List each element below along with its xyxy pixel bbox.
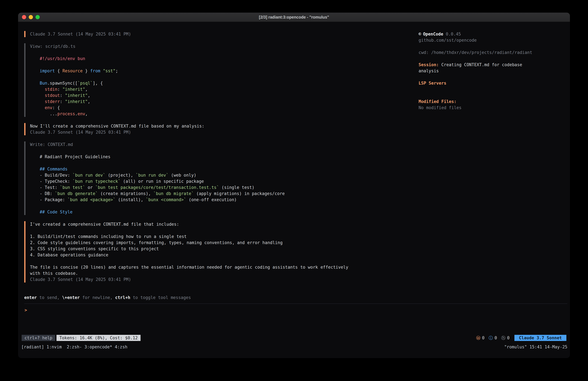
- lsp-servers-header: LSP Servers: [419, 80, 569, 86]
- text-line: - Build/Dev: `bun run dev` (project), `b…: [40, 172, 428, 178]
- app-header: ©OpenCode 0.0.45: [419, 31, 569, 37]
- text-line: [30, 227, 428, 233]
- modified-files-empty: No modified files: [419, 105, 569, 111]
- app-version: [443, 32, 446, 37]
- text-line: stdin: "inherit",: [40, 86, 428, 92]
- markdown-block: # Radiant Project Guidelines ## Commands…: [30, 154, 428, 215]
- assistant-message: Now I'll create a comprehensive CONTEXT.…: [24, 123, 428, 135]
- text-line: Bun.spawnSync([`psql`], {: [40, 80, 428, 86]
- terminal-window: [2/3] radiant:3:opencode - "romulus" Cla…: [18, 13, 570, 358]
- text-line: stderr: "inherit",: [40, 98, 428, 105]
- session-line: Session: Creating CONTEXT.md for codebas…: [419, 62, 569, 68]
- cwd-path: /home/thdxr/dev/projects/radiant/radiant: [431, 50, 532, 55]
- tool-call-write: Write: CONTEXT.md # Radiant Project Guid…: [24, 141, 428, 215]
- keybind-help: enter to send, \+enter for newline, ctrl…: [24, 294, 428, 301]
- text-line: import { Resource } from "sst";: [40, 68, 428, 74]
- warning-icon: Ⓦ: [476, 335, 480, 341]
- tokens-cost-badge: Tokens: 16.4K (8%), Cost: $0.12: [57, 335, 141, 341]
- info-count: 0: [495, 335, 497, 341]
- text-line: #!/usr/bin/env bun: [40, 56, 428, 62]
- model-badge[interactable]: Claude 3.7 Sonnet: [514, 335, 566, 341]
- repo-link: github.com/sst/opencode: [419, 37, 569, 43]
- text-line: Now I'll create a comprehensive CONTEXT.…: [30, 123, 428, 129]
- session-title-wrap: analysis: [419, 68, 569, 74]
- help-badge[interactable]: ctrl+? help: [22, 335, 55, 341]
- text-line: [40, 203, 428, 209]
- text-line: The file is concise (20 lines) and captu…: [30, 264, 428, 270]
- text-line: [40, 62, 428, 68]
- message-meta: Claude 3.7 Sonnet (14 May 2025 03:41 PM): [30, 276, 428, 283]
- terminal: Claude 3.7 Sonnet (14 May 2025 03:41 PM)…: [18, 22, 570, 358]
- text-line: stdout: "inherit",: [40, 92, 428, 98]
- text-line: I've created a comprehensive CONTEXT.md …: [30, 221, 428, 227]
- text-line: - DB: `bun db generate` (create migratio…: [40, 190, 428, 197]
- warning-diagnostic: Ⓦ0: [476, 335, 484, 341]
- app-name: OpenCode: [423, 32, 443, 37]
- warning-count: 0: [482, 335, 484, 341]
- message-meta: Claude 3.7 Sonnet (14 May 2025 03:41 PM): [30, 31, 428, 37]
- text-line: ...process.env,: [40, 111, 428, 117]
- hint-count: 0: [507, 335, 510, 341]
- text-line: enter to send, \+enter for newline, ctrl…: [24, 294, 428, 301]
- info-icon: ⓘ: [489, 335, 493, 341]
- prompt-caret: >: [24, 308, 27, 313]
- tool-call-view: View: script/db.ts #!/usr/bin/env bun im…: [24, 43, 428, 117]
- text-line: env: {: [40, 105, 428, 111]
- text-line: with this codebase.: [30, 270, 428, 276]
- text-line: [40, 160, 428, 166]
- text-line: - Package: `bun add <package>` (install)…: [40, 197, 428, 203]
- text-line: ## Code Style: [40, 209, 428, 215]
- message-text: I've created a comprehensive CONTEXT.md …: [30, 221, 428, 276]
- text-line: 2. Code style guidelines covering import…: [30, 240, 428, 246]
- code-block: #!/usr/bin/env bun import { Resource } f…: [30, 56, 428, 117]
- message-text: Now I'll create a comprehensive CONTEXT.…: [30, 123, 428, 129]
- text-line: - TypeCheck: `bun run typecheck` (all) o…: [40, 178, 428, 184]
- status-bar: ctrl+? help Tokens: 16.4K (8%), Cost: $0…: [22, 335, 566, 341]
- sidebar: ©OpenCode 0.0.45 github.com/sst/opencode…: [419, 31, 569, 111]
- tmux-windows: [radiant] 1:nvim 2:zsh- 3:opencode* 4:zs…: [21, 344, 127, 350]
- text-line: [40, 74, 428, 80]
- chat-log: Claude 3.7 Sonnet (14 May 2025 03:41 PM)…: [24, 31, 428, 301]
- prompt-input[interactable]: >: [24, 307, 550, 333]
- hint-icon: ⓗ: [501, 335, 505, 341]
- tmux-clock: "romulus" 15:41 14-May-25: [504, 344, 567, 350]
- tool-title: View: script/db.ts: [30, 43, 428, 49]
- info-diagnostic: ⓘ0: [489, 335, 497, 341]
- text-line: - Test: `bun test` or `bun test packages…: [40, 184, 428, 190]
- input-separator: [24, 304, 567, 304]
- assistant-message: Claude 3.7 Sonnet (14 May 2025 03:41 PM): [24, 31, 428, 37]
- session-title: Creating CONTEXT.md for codebase: [439, 62, 522, 67]
- text-line: 3. CSS styling conventions specific to t…: [30, 246, 428, 252]
- text-line: ## Commands: [40, 166, 428, 172]
- window-title: [2/3] radiant:3:opencode - "romulus": [18, 15, 570, 20]
- session-label: Session:: [419, 62, 439, 67]
- tool-title: Write: CONTEXT.md: [30, 141, 428, 148]
- modified-files-header: Modified Files:: [419, 98, 569, 105]
- tmux-status-bar: [radiant] 1:nvim 2:zsh- 3:opencode* 4:zs…: [21, 344, 567, 350]
- hint-diagnostic: ⓗ0: [501, 335, 510, 341]
- window-titlebar: [2/3] radiant:3:opencode - "romulus": [18, 13, 570, 22]
- assistant-message: I've created a comprehensive CONTEXT.md …: [24, 221, 428, 283]
- text-line: 1. Build/lint/test commands including ho…: [30, 233, 428, 240]
- text-line: [30, 258, 428, 264]
- diagnostics: Ⓦ0ⓘ0ⓗ0: [476, 335, 510, 341]
- app-version-number: 0.0.45: [446, 32, 461, 37]
- text-line: 4. Database operations guidance: [30, 252, 428, 258]
- cwd-line: cwd: /home/thdxr/dev/projects/radiant/ra…: [419, 49, 569, 56]
- text-line: # Radiant Project Guidelines: [40, 154, 428, 160]
- opencode-logo-icon: ©: [419, 32, 421, 37]
- message-meta: Claude 3.7 Sonnet (14 May 2025 03:41 PM): [30, 129, 428, 135]
- cwd-label: cwd:: [419, 50, 431, 55]
